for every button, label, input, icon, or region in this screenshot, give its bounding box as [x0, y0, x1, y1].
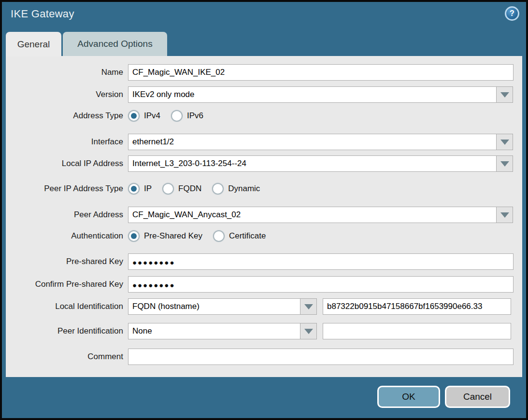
peer-id-label: Peer Identification: [6, 326, 123, 336]
peer-id-dropdown-button[interactable]: [300, 323, 317, 339]
peer-ip-type-label: Peer IP Address Type: [6, 184, 123, 194]
chevron-down-icon: [304, 329, 313, 334]
version-row: Version IKEv2 only mode: [6, 86, 522, 103]
radio-label-pre-shared-key: Pre-Shared Key: [144, 231, 202, 241]
local-ip-select[interactable]: Internet_L3_203-0-113-254--24: [128, 155, 497, 172]
interface-select[interactable]: ethernet1/2: [128, 134, 497, 150]
local-id-type-select[interactable]: FQDN (hostname): [128, 298, 300, 315]
psk-row: Pre-shared Key ●●●●●●●●: [6, 253, 522, 270]
dialog-title: IKE Gateway: [11, 8, 74, 20]
radio-peer-dynamic[interactable]: [212, 183, 224, 195]
radio-ipv4[interactable]: [128, 110, 140, 122]
name-input[interactable]: CF_Magic_WAN_IKE_02: [128, 64, 514, 81]
local-ip-label: Local IP Address: [6, 159, 123, 168]
radio-label-ipv4: IPv4: [144, 111, 160, 121]
peer-id-value-input[interactable]: [323, 323, 511, 339]
peer-address-input[interactable]: CF_Magic_WAN_Anycast_02: [128, 207, 497, 223]
radio-pre-shared-key[interactable]: [128, 230, 140, 242]
psk-confirm-label: Confirm Pre-shared Key: [6, 280, 123, 289]
authentication-label: Authentication: [6, 231, 123, 241]
peer-address-row: Peer Address CF_Magic_WAN_Anycast_02: [6, 207, 522, 223]
chevron-down-icon: [304, 304, 313, 309]
interface-label: Interface: [6, 137, 123, 147]
radio-ipv6[interactable]: [171, 110, 183, 122]
peer-ip-type-row: Peer IP Address Type IP FQDN Dynamic: [6, 183, 522, 195]
radio-label-certificate: Certificate: [229, 231, 266, 241]
radio-label-peer-ip: IP: [144, 184, 152, 194]
local-id-label: Local Identification: [6, 302, 123, 311]
local-ip-dropdown-button[interactable]: [497, 155, 513, 172]
comment-row: Comment: [6, 349, 522, 365]
help-icon-glyph: ?: [510, 9, 514, 18]
peer-address-dropdown-button[interactable]: [497, 207, 513, 223]
radio-peer-fqdn[interactable]: [162, 183, 174, 195]
radio-label-ipv6: IPv6: [187, 111, 203, 121]
chevron-down-icon: [500, 161, 509, 167]
local-id-dropdown-button[interactable]: [300, 298, 317, 315]
local-id-row: Local Identification FQDN (hostname) b87…: [6, 298, 522, 315]
radio-peer-ip[interactable]: [128, 183, 140, 195]
radio-certificate[interactable]: [213, 230, 225, 242]
chevron-down-icon: [500, 212, 509, 218]
version-select[interactable]: IKEv2 only mode: [128, 86, 497, 103]
interface-row: Interface ethernet1/2: [6, 134, 522, 150]
peer-id-type-select[interactable]: None: [128, 323, 300, 339]
local-id-value-input[interactable]: b87322b0915b47158667bf1653990e66.33: [323, 298, 511, 315]
tab-advanced-options[interactable]: Advanced Options: [63, 32, 167, 56]
radio-label-peer-fqdn: FQDN: [178, 184, 201, 194]
tab-general[interactable]: General: [6, 32, 61, 56]
name-row: Name CF_Magic_WAN_IKE_02: [6, 64, 522, 81]
address-type-row: Address Type IPv4 IPv6: [6, 110, 522, 122]
psk-confirm-input[interactable]: ●●●●●●●●: [132, 280, 175, 289]
psk-label: Pre-shared Key: [6, 257, 123, 266]
ike-gateway-dialog: IKE Gateway ? General Advanced Options N…: [0, 0, 528, 420]
authentication-row: Authentication Pre-Shared Key Certificat…: [6, 230, 522, 242]
comment-input[interactable]: [128, 349, 514, 365]
address-type-label: Address Type: [6, 111, 123, 121]
general-tab-panel: Name CF_Magic_WAN_IKE_02 Version IKEv2 o…: [6, 56, 522, 377]
chevron-down-icon: [500, 92, 509, 98]
radio-label-peer-dynamic: Dynamic: [228, 184, 260, 194]
version-label: Version: [6, 90, 123, 99]
name-label: Name: [6, 68, 123, 77]
psk-confirm-row: Confirm Pre-shared Key ●●●●●●●●: [6, 276, 522, 293]
psk-input[interactable]: ●●●●●●●●: [132, 257, 175, 266]
chevron-down-icon: [500, 140, 509, 145]
help-icon[interactable]: ?: [505, 6, 519, 21]
local-ip-row: Local IP Address Internet_L3_203-0-113-2…: [6, 155, 522, 172]
interface-dropdown-button[interactable]: [497, 134, 513, 150]
cancel-button[interactable]: Cancel: [445, 386, 510, 408]
peer-address-label: Peer Address: [6, 210, 123, 220]
ok-button[interactable]: OK: [377, 386, 440, 408]
peer-id-row: Peer Identification None: [6, 323, 522, 339]
comment-label: Comment: [6, 352, 123, 362]
version-dropdown-button[interactable]: [497, 86, 513, 103]
